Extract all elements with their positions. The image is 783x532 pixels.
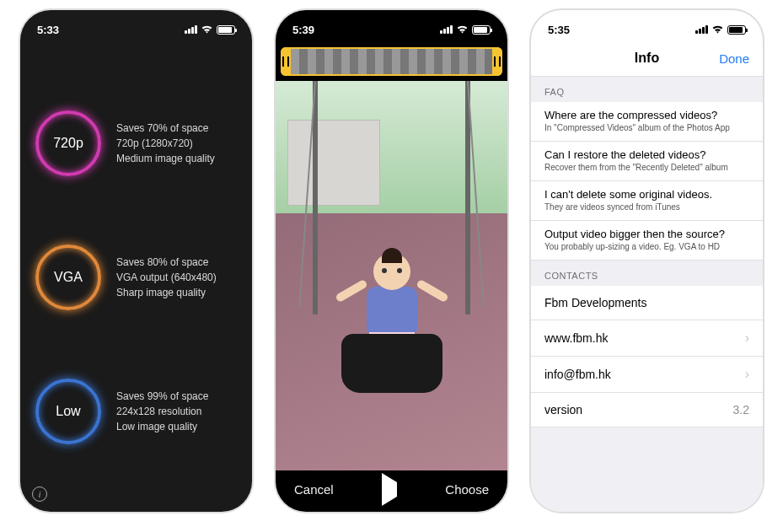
cellular-signal-icon xyxy=(440,25,453,34)
version-row: version 3.2 xyxy=(531,393,763,427)
option-desc: Saves 70% of space 720p (1280x720) Mediu… xyxy=(116,121,215,166)
section-header-faq: FAQ xyxy=(531,77,763,102)
cellular-signal-icon xyxy=(185,25,197,34)
faq-question: Where are the compressed videos? xyxy=(544,109,749,121)
play-button[interactable] xyxy=(382,482,397,497)
ring-label: VGA xyxy=(54,270,83,285)
section-header-contacts: CONTACTS xyxy=(531,261,763,286)
screen-quality-options: 5:33 720p Saves 70% of space 720p (1280x… xyxy=(20,10,252,512)
quality-option-720p[interactable]: 720p Saves 70% of space 720p (1280x720) … xyxy=(35,110,237,176)
page-title: Info xyxy=(635,51,659,66)
desc-line: 720p (1280x720) xyxy=(116,136,215,151)
desc-line: Medium image quality xyxy=(116,151,215,166)
website-link: www.fbm.hk xyxy=(544,331,608,345)
trim-filmstrip[interactable] xyxy=(281,47,502,76)
faq-answer: In "Compressed Videos" album of the Phot… xyxy=(544,123,749,132)
faq-answer: They are videos synced from iTunes xyxy=(544,202,749,212)
quality-option-low[interactable]: Low Saves 99% of space 224x128 resolutio… xyxy=(35,379,237,444)
wifi-icon xyxy=(201,24,213,36)
desc-line: Saves 70% of space xyxy=(116,121,215,136)
faq-question: Output video bigger then the source? xyxy=(544,228,749,240)
faq-question: Can I restore the deleted videos? xyxy=(544,148,749,161)
option-desc: Saves 80% of space VGA output (640x480) … xyxy=(116,255,217,300)
desc-line: Saves 99% of space xyxy=(116,389,208,404)
ring-low: Low xyxy=(35,379,101,444)
desc-line: Low image quality xyxy=(116,419,208,434)
screen-info: 5:35 Info Done FAQ Where are the compres… xyxy=(531,10,763,512)
battery-icon xyxy=(727,25,746,35)
status-indicators xyxy=(695,24,746,36)
done-button[interactable]: Done xyxy=(719,51,749,66)
chevron-right-icon: › xyxy=(745,367,749,382)
chevron-right-icon: › xyxy=(745,330,749,346)
cellular-signal-icon xyxy=(695,25,708,34)
contacts-website-row[interactable]: www.fbm.hk › xyxy=(531,320,763,357)
screen-video-trim: 5:39 xyxy=(276,10,507,512)
ring-label: 720p xyxy=(53,136,83,151)
ring-label: Low xyxy=(56,404,80,419)
faq-row[interactable]: Output video bigger then the source? You… xyxy=(531,221,763,261)
faq-row[interactable]: Can I restore the deleted videos? Recove… xyxy=(531,142,763,181)
developer-name: Fbm Developments xyxy=(544,296,646,309)
info-button[interactable]: i xyxy=(32,486,47,502)
status-indicators xyxy=(185,24,235,36)
wifi-icon xyxy=(711,24,724,36)
faq-row[interactable]: I can't delete some original videos. The… xyxy=(531,181,763,221)
email-link: info@fbm.hk xyxy=(544,368,611,381)
faq-row[interactable]: Where are the compressed videos? In "Com… xyxy=(531,102,763,142)
faq-question: I can't delete some original videos. xyxy=(544,188,749,201)
status-bar: 5:39 xyxy=(276,10,507,42)
contacts-email-row[interactable]: info@fbm.hk › xyxy=(531,357,763,393)
video-preview xyxy=(276,81,507,470)
desc-line: Saves 80% of space xyxy=(116,255,217,270)
trim-handle-left[interactable] xyxy=(281,47,291,76)
navbar: Info Done xyxy=(531,42,763,77)
play-icon xyxy=(382,473,397,506)
option-desc: Saves 99% of space 224x128 resolution Lo… xyxy=(116,389,208,434)
faq-answer: You probably up-sizing a video. Eg. VGA … xyxy=(544,242,749,251)
info-list[interactable]: FAQ Where are the compressed videos? In … xyxy=(531,77,763,512)
status-time: 5:39 xyxy=(292,24,314,36)
contacts-developer-row[interactable]: Fbm Developments xyxy=(531,286,763,320)
status-bar: 5:35 xyxy=(531,10,763,42)
desc-line: Sharp image quality xyxy=(116,285,217,300)
battery-icon xyxy=(217,25,235,35)
ring-720p: 720p xyxy=(35,110,101,176)
wifi-icon xyxy=(456,24,469,36)
faq-answer: Recover them from the "Recently Deleted"… xyxy=(544,163,749,172)
status-time: 5:33 xyxy=(37,24,59,36)
trim-bar-area xyxy=(276,42,507,81)
cancel-button[interactable]: Cancel xyxy=(294,482,334,497)
status-time: 5:35 xyxy=(548,24,570,36)
video-toolbar: Cancel Choose xyxy=(276,470,507,512)
version-value: 3.2 xyxy=(733,403,749,416)
trim-handle-right[interactable] xyxy=(492,47,502,76)
ring-vga: VGA xyxy=(35,245,101,310)
choose-button[interactable]: Choose xyxy=(445,482,489,497)
quality-option-vga[interactable]: VGA Saves 80% of space VGA output (640x4… xyxy=(35,245,237,310)
status-indicators xyxy=(440,24,491,36)
status-bar: 5:33 xyxy=(20,10,252,42)
version-label: version xyxy=(544,403,582,416)
quality-options-list: 720p Saves 70% of space 720p (1280x720) … xyxy=(20,42,252,512)
desc-line: VGA output (640x480) xyxy=(116,270,217,285)
desc-line: 224x128 resolution xyxy=(116,404,208,419)
battery-icon xyxy=(472,25,491,35)
